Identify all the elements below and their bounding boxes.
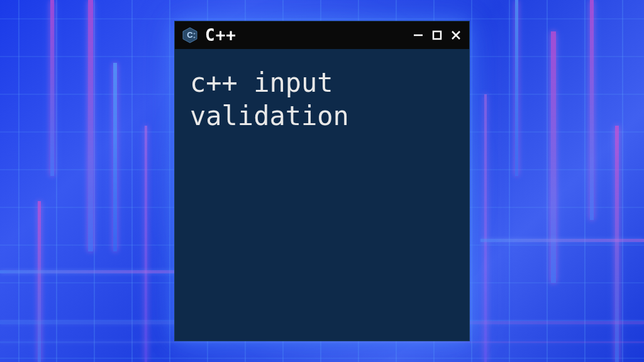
svg-text:+: + [193, 35, 196, 39]
terminal-body[interactable]: c++ input validation [175, 49, 469, 341]
cpp-icon: C + + [181, 26, 199, 44]
terminal-window: C + + C++ c++ input validation [174, 21, 470, 341]
terminal-content: c++ input validation [190, 67, 454, 133]
title-bar[interactable]: C + + C++ [175, 21, 469, 49]
minimize-button[interactable] [411, 28, 425, 42]
maximize-button[interactable] [430, 28, 444, 42]
window-controls [411, 28, 463, 42]
close-button[interactable] [449, 28, 463, 42]
window-title: C++ [205, 26, 405, 45]
svg-text:C: C [187, 30, 193, 40]
svg-rect-5 [433, 31, 441, 39]
